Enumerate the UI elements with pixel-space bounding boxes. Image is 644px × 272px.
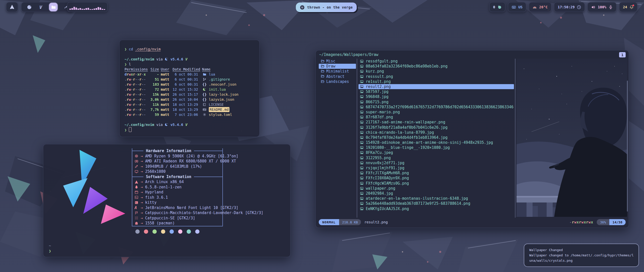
file-item[interactable]: wallpaper.png [358, 186, 514, 191]
terminal-context-line: ~/.config/nvim via v5.4.6 V [125, 122, 254, 127]
file-item[interactable]: 3122955.png [358, 155, 514, 160]
image-file-icon [360, 90, 364, 93]
desktop: V thrown - on the verge 0US26°C17:50:291… [0, 0, 644, 272]
file-item[interactable]: 154928-odinokoe_anime-art-anime-okno-sin… [358, 140, 514, 145]
permissions-cell: .rw-r--r-- [125, 87, 147, 92]
file-item[interactable]: chica-mirando-la-luna-8799.jpg [358, 130, 514, 135]
tray-status[interactable]: 0 [489, 2, 505, 12]
file-item[interactable]: re1sult.png [358, 79, 514, 84]
fetch-value: AMD Ryzen 9 5900X (24) @ 4.9GHz [61.3°on… [145, 154, 238, 159]
terminal-prompt-line[interactable]: ❯ [125, 127, 254, 132]
file-item[interactable]: 217167-sad-anime-rain-wallpaper.png [358, 120, 514, 125]
arrow-icon: → [141, 169, 143, 174]
file-item[interactable]: FXfcHgcWIAMzs0G.png [358, 181, 514, 186]
workspace-vim[interactable]: V [37, 4, 44, 10]
tray-weather[interactable]: 26°C [529, 2, 551, 12]
size-cell: 15k [148, 92, 159, 97]
file-item[interactable]: 866715.png [358, 99, 514, 105]
file-name: FXfcJlTXgAMvH6R.png [366, 171, 409, 175]
visualizer-bar [102, 9, 103, 10]
file-name: 08a634fa02a32364f69ebc86a98eb1eb.png [366, 64, 448, 69]
file-item[interactable]: 68747470733a2f2f696d616765732d7769786d70… [358, 105, 514, 110]
file-manager-window[interactable]: ~/Imagenes/Wallpapers/Draw 1 MiscDrawMin… [315, 50, 629, 228]
fetch-window[interactable]: Hardware Information →AMD Ryzen 9 5900X … [43, 144, 291, 257]
tray-notifications[interactable]: 24 [619, 2, 637, 12]
folder-open-icon [321, 79, 325, 84]
fetch-row-shell: →fish 3.6.1 [132, 195, 222, 200]
file-name: 0c794faf07de24a4db4d4fb1eb813964.jpg [366, 135, 448, 140]
workspace-firefox[interactable] [26, 4, 32, 10]
tray-clock[interactable]: 17:50:29 [554, 2, 585, 12]
notification-popup[interactable]: Wallpaper Changed Wallpaper changed to /… [524, 244, 639, 267]
file-name: wallpaper.png [366, 186, 395, 191]
file-name: kurz.png [366, 69, 384, 74]
sidebar-folder-draw[interactable]: Draw [319, 64, 356, 69]
sidebar-folder-abstract[interactable]: Abstract [319, 74, 356, 79]
tab-badge[interactable]: 1 [619, 52, 626, 57]
file-item[interactable]: 3126f7e9bbf21a8a4af0b67b041c6e26.jpg [358, 125, 514, 130]
tray-keyboard-layout[interactable]: US [508, 2, 526, 12]
status-bar: NORMAL 218.8 KB result2.png -rwxrwxrwx 3… [319, 219, 626, 225]
file-name: 596848.jpg [366, 94, 388, 99]
sidebar-folder-landscapes[interactable]: Landscapes [319, 79, 356, 84]
fetch-value: Catppuccin-Macchiato-Standard-Lavender-D… [145, 210, 263, 216]
image-file-icon [360, 100, 364, 104]
user-cell: matt [161, 112, 171, 117]
file-item[interactable]: rsjqojlmjhf91.jpg [358, 165, 514, 171]
gear-icon [202, 113, 207, 116]
image-file-icon [360, 75, 364, 78]
visualizer-bar [104, 9, 105, 10]
rainbow-icon [533, 5, 537, 9]
file-item[interactable]: 5a266e448add93deab367d87173e9f25-6837886… [358, 201, 514, 206]
sidebar-folder-misc[interactable]: Misc [319, 59, 356, 64]
file-item[interactable]: FXfcII0X0AQyn9X.png [358, 176, 514, 181]
visualizer-bar [82, 9, 83, 10]
media-player-widget[interactable]: thrown - on the verge [296, 3, 357, 12]
tray-volume[interactable]: 100% [587, 2, 617, 12]
fetch-value: kitty [145, 200, 156, 205]
file-name: 8FKa7Cu.jpeg [366, 150, 393, 155]
file-item[interactable]: 87r687df.png [358, 115, 514, 120]
file-item[interactable]: nnvuv0xj2df71.jpg [358, 160, 514, 165]
workspace-folder[interactable] [49, 3, 58, 11]
fetch-prompt[interactable]: ~ ❯ [49, 243, 51, 254]
fetch-row-gpu: →AMD ATI Radeon RX 6800/6800 XT / 6900 X… [132, 159, 222, 164]
file-listing-row: .rw-r--r--3,0kmatt26 oct 10:04{}lazyvim.… [125, 97, 254, 102]
image-file-icon [360, 166, 364, 170]
launcher-button[interactable] [6, 2, 18, 12]
file-item[interactable]: EeNKYgIUcAAJ5JX.png [358, 206, 514, 211]
file-item[interactable]: atardecer-en-la-montanas-ilustracion-634… [358, 196, 514, 201]
user-cell: matt [161, 77, 171, 82]
file-listing-row: .rw-r--r--183matt 6 oct 00:31{}.neoconf.… [125, 82, 254, 87]
palette-dot [170, 229, 174, 234]
spotify-icon [300, 5, 305, 10]
window-icon [135, 190, 141, 194]
file-item[interactable]: 0c794faf07de24a4db4d4fb1eb813964.jpg [358, 135, 514, 140]
file-item[interactable]: resssult.png [358, 74, 514, 79]
visualizer-bar [88, 8, 89, 10]
file-item[interactable]: 587597.jpg [358, 89, 514, 94]
file-item[interactable]: kurz.png [358, 69, 514, 74]
file-item[interactable]: super-mario.png [358, 110, 514, 115]
file-item[interactable]: FXfcJlTXgAMvH6R.png [358, 171, 514, 176]
scrollbar[interactable] [627, 81, 628, 212]
file-item[interactable]: result2.png [358, 84, 514, 89]
file-item[interactable]: 08a634fa02a32364f69ebc86a98eb1eb.png [358, 64, 514, 69]
file-name: nnvuv0xj2df71.jpg [366, 161, 405, 165]
image-file-icon [360, 70, 364, 73]
terminal-window[interactable]: ❯ cd .config/nvim ~/.config/nvim via v5.… [119, 40, 260, 137]
file-item[interactable]: 8FKa7Cu.jpeg [358, 150, 514, 155]
sidebar-folder-minimalist[interactable]: Minimalist [319, 69, 356, 74]
user-cell: matt [161, 107, 171, 112]
fetch-value: Arch Linux x86_64 [145, 179, 184, 185]
fetch-row-terminal: →kitty [132, 200, 222, 205]
file-item[interactable]: 20492984.jpg [358, 191, 514, 196]
visualizer-bar [71, 8, 73, 10]
file-item[interactable]: 596848.jpg [358, 94, 514, 99]
arrow-icon: → [141, 200, 143, 205]
arch-logo-icon [10, 4, 15, 10]
user-cell: matt [161, 97, 171, 102]
file-name: 154928-odinokoe_anime-art-anime-okno-sin… [366, 140, 493, 145]
file-item[interactable]: 19201080-__blue-tinge__-1920×1080.jpg [358, 145, 514, 150]
file-item[interactable]: ressdfgult.png [358, 59, 514, 64]
